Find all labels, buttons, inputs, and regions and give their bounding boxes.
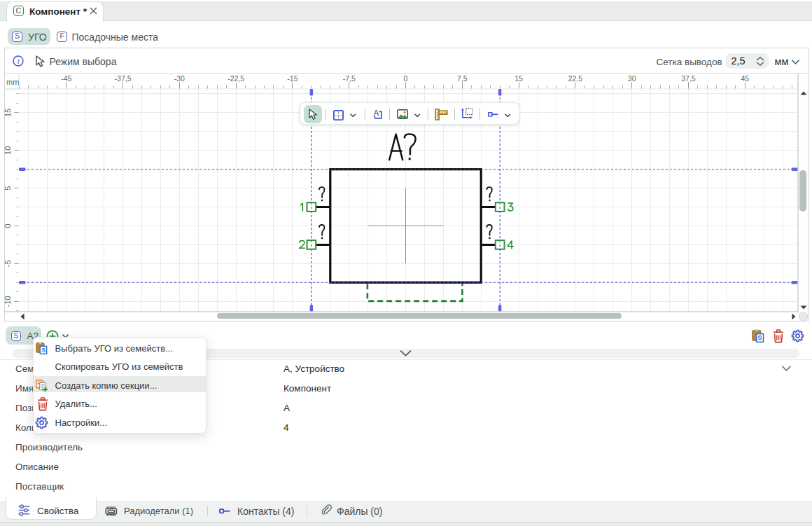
- svg-text:5: 5: [4, 186, 12, 191]
- svg-text:10: 10: [4, 146, 12, 155]
- svg-text:S: S: [41, 347, 46, 354]
- svg-text:-30: -30: [174, 74, 185, 83]
- svg-text:S: S: [758, 334, 762, 341]
- svg-text:i: i: [17, 57, 19, 65]
- svg-text:0: 0: [404, 74, 408, 83]
- svg-text:mm: mm: [6, 78, 19, 86]
- svg-text:-5: -5: [4, 260, 12, 267]
- svg-text:-15: -15: [287, 74, 298, 83]
- svg-text:-22,5: -22,5: [227, 74, 244, 83]
- svg-text:-45: -45: [61, 74, 71, 83]
- svg-text:22,5: 22,5: [568, 74, 583, 83]
- svg-text:0: 0: [4, 223, 12, 228]
- svg-text:15: 15: [514, 74, 523, 83]
- svg-text:37,5: 37,5: [681, 74, 696, 83]
- svg-text:-7,5: -7,5: [343, 74, 356, 83]
- svg-text:30: 30: [628, 74, 636, 83]
- svg-text:7,5: 7,5: [457, 74, 468, 83]
- svg-text:45: 45: [741, 74, 749, 83]
- svg-text:-10: -10: [4, 296, 12, 307]
- svg-text:-37,5: -37,5: [115, 74, 132, 83]
- svg-text:15: 15: [4, 109, 12, 117]
